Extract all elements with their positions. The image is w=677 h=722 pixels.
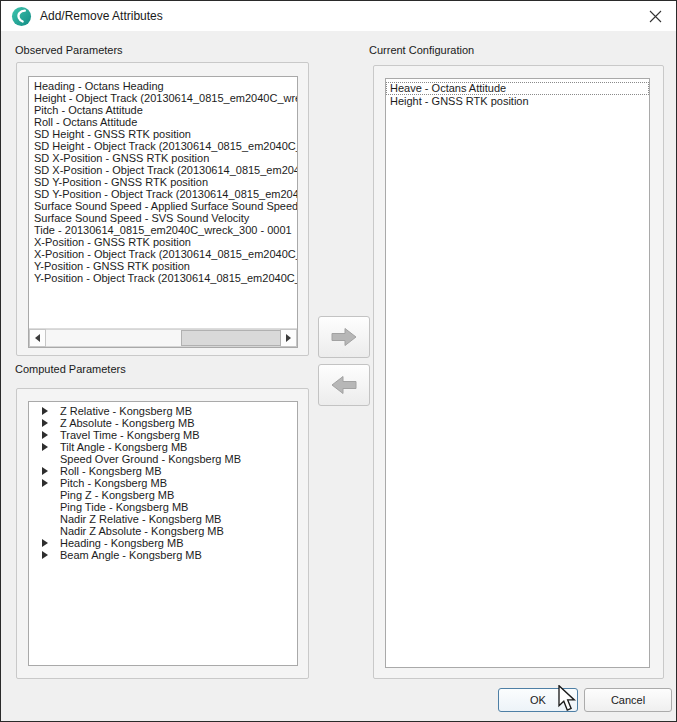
computed-tree-item[interactable]: Z Absolute - Kongsberg MB [29,417,297,429]
title-bar: Add/Remove Attributes [1,1,676,31]
computed-tree-item-label: Travel Time - Kongsberg MB [60,429,200,441]
computed-tree-item[interactable]: Nadir Z Absolute - Kongsberg MB [29,525,297,537]
tree-expand-icon[interactable] [42,539,48,547]
observed-list-item[interactable]: X-Position - Object Track (20130614_0815… [29,248,297,260]
scroll-right-icon[interactable] [280,329,297,347]
current-configuration-listbox[interactable]: Heave - Octans AttitudeHeight - GNSS RTK… [385,78,650,668]
horizontal-scrollbar[interactable] [29,328,297,347]
dialog-title: Add/Remove Attributes [40,9,163,23]
computed-tree-item-label: Heading - Kongsberg MB [60,537,184,549]
computed-tree-item-label: Nadir Z Absolute - Kongsberg MB [60,525,224,537]
observed-list-item[interactable]: Height - Object Track (20130614_0815_em2… [29,92,297,104]
computed-tree-item[interactable]: Ping Z - Kongsberg MB [29,489,297,501]
close-icon[interactable] [634,1,676,31]
observed-list-item[interactable]: Heading - Octans Heading [29,80,297,92]
computed-tree-item[interactable]: Roll - Kongsberg MB [29,465,297,477]
computed-tree-item[interactable]: Ping Tide - Kongsberg MB [29,501,297,513]
computed-tree-item-label: Pitch - Kongsberg MB [60,477,167,489]
observed-list-item[interactable]: Roll - Octans Attitude [29,116,297,128]
computed-parameters-label: Computed Parameters [15,363,126,375]
computed-tree-item[interactable]: Travel Time - Kongsberg MB [29,429,297,441]
computed-tree-item[interactable]: Nadir Z Relative - Kongsberg MB [29,513,297,525]
observed-list-item[interactable]: SD Y-Position - GNSS RTK position [29,176,297,188]
ok-button[interactable]: OK [498,688,578,712]
tree-expand-icon[interactable] [42,443,48,451]
computed-tree-item[interactable]: Tilt Angle - Kongsberg MB [29,441,297,453]
arrow-left-icon [329,374,359,396]
observed-list-item[interactable]: Surface Sound Speed - SVS Sound Velocity [29,212,297,224]
app-logo-icon [11,6,32,27]
tree-expand-icon[interactable] [42,407,48,415]
computed-tree-item-label: Z Relative - Kongsberg MB [60,405,192,417]
observed-list-item[interactable]: Surface Sound Speed - Applied Surface So… [29,200,297,212]
observed-list-item[interactable]: SD Height - GNSS RTK position [29,128,297,140]
observed-parameters-label: Observed Parameters [15,44,123,56]
tree-expand-icon[interactable] [42,551,48,559]
observed-list-item[interactable]: SD X-Position - Object Track (20130614_0… [29,164,297,176]
computed-tree-item-label: Nadir Z Relative - Kongsberg MB [60,513,221,525]
computed-tree-item-label: Beam Angle - Kongsberg MB [60,549,202,561]
remove-attribute-button[interactable] [318,364,370,406]
add-remove-attributes-dialog: Add/Remove Attributes Observed Parameter… [0,0,677,722]
computed-tree-item[interactable]: Z Relative - Kongsberg MB [29,405,297,417]
observed-parameters-listbox[interactable]: Heading - Octans HeadingHeight - Object … [28,76,298,348]
scrollbar-track[interactable] [46,329,280,347]
computed-tree-item[interactable]: Pitch - Kongsberg MB [29,477,297,489]
tree-expand-icon[interactable] [42,479,48,487]
observed-list-item[interactable]: Tide - 20130614_0815_em2040C_wreck_300 -… [29,224,297,236]
observed-list-item[interactable]: SD X-Position - GNSS RTK position [29,152,297,164]
scroll-left-icon[interactable] [29,329,46,347]
cancel-button[interactable]: Cancel [584,688,672,712]
computed-tree-item[interactable]: Heading - Kongsberg MB [29,537,297,549]
computed-tree-item-label: Z Absolute - Kongsberg MB [60,417,195,429]
current-configuration-label: Current Configuration [369,44,474,56]
computed-tree-item-label: Tilt Angle - Kongsberg MB [60,441,187,453]
observed-list-item[interactable]: Y-Position - GNSS RTK position [29,260,297,272]
tree-expand-icon[interactable] [42,431,48,439]
computed-tree-item-label: Speed Over Ground - Kongsberg MB [60,453,241,465]
current-configuration-item[interactable]: Heave - Octans Attitude [386,82,649,95]
scrollbar-thumb[interactable] [181,330,281,346]
observed-list-item[interactable]: Y-Position - Object Track (20130614_0815… [29,272,297,284]
tree-expand-icon[interactable] [42,467,48,475]
observed-list-item[interactable]: X-Position - GNSS RTK position [29,236,297,248]
observed-parameters-rows: Heading - Octans HeadingHeight - Object … [29,77,297,284]
arrow-right-icon [329,326,359,348]
current-configuration-rows: Heave - Octans AttitudeHeight - GNSS RTK… [386,79,649,108]
tree-expand-icon[interactable] [42,419,48,427]
observed-list-item[interactable]: Pitch - Octans Attitude [29,104,297,116]
computed-tree-item-label: Ping Tide - Kongsberg MB [60,501,188,513]
observed-list-item[interactable]: SD Height - Object Track (20130614_0815_… [29,140,297,152]
current-configuration-item[interactable]: Height - GNSS RTK position [386,95,649,108]
computed-tree-item-label: Roll - Kongsberg MB [60,465,162,477]
add-attribute-button[interactable] [318,316,370,358]
computed-tree-item[interactable]: Speed Over Ground - Kongsberg MB [29,453,297,465]
computed-parameters-rows: Z Relative - Kongsberg MBZ Absolute - Ko… [29,402,297,561]
computed-tree-item-label: Ping Z - Kongsberg MB [60,489,174,501]
computed-parameters-tree[interactable]: Z Relative - Kongsberg MBZ Absolute - Ko… [28,401,298,666]
observed-list-item[interactable]: SD Y-Position - Object Track (20130614_0… [29,188,297,200]
computed-tree-item[interactable]: Beam Angle - Kongsberg MB [29,549,297,561]
